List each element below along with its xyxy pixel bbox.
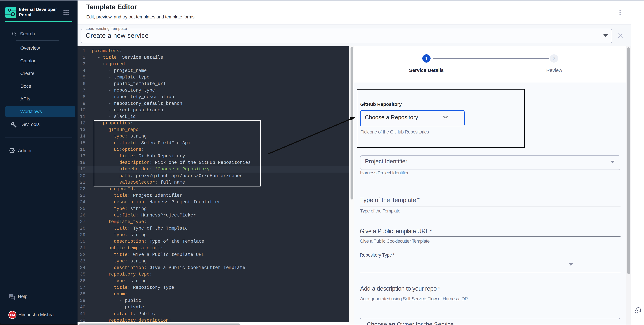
svg-text:?: ? (10, 294, 12, 297)
